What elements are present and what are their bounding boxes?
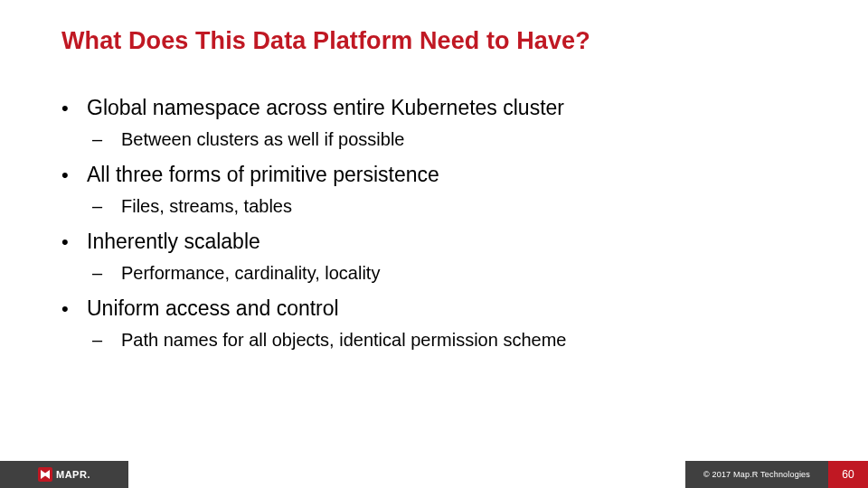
bullet-icon: • [61,230,87,254]
bullet-level2: – Between clusters as well if possible [92,129,803,150]
dash-icon: – [92,330,121,351]
bullet-text: Between clusters as well if possible [121,129,404,150]
footer-copyright: © 2017 Map.R Technologies [685,461,828,488]
bullet-text: All three forms of primitive persistence [87,163,439,187]
bullet-level1: • Global namespace across entire Kuberne… [61,96,803,120]
bullet-text: Files, streams, tables [121,196,292,217]
bullet-icon: • [61,97,87,120]
bullet-text: Performance, cardinality, locality [121,263,380,284]
logo: MAPR. [38,467,90,482]
footer-bar: MAPR. © 2017 Map.R Technologies 60 [0,461,868,488]
dash-icon: – [92,196,121,217]
bullet-text: Inherently scalable [87,230,260,254]
bullet-level2: – Files, streams, tables [92,196,803,217]
bullet-level2: – Performance, cardinality, locality [92,263,803,284]
dash-icon: – [92,129,121,150]
bullet-level1: • Inherently scalable [61,230,803,254]
footer-spacer [128,461,685,488]
dash-icon: – [92,263,121,284]
bullet-level2: – Path names for all objects, identical … [92,330,803,351]
logo-mark-icon [38,467,52,482]
bullet-level1: • All three forms of primitive persisten… [61,163,803,187]
slide-content: • Global namespace across entire Kuberne… [61,83,803,351]
bullet-text: Path names for all objects, identical pe… [121,330,566,351]
page-number: 60 [828,461,868,488]
slide: What Does This Data Platform Need to Hav… [0,0,868,488]
bullet-icon: • [61,297,87,321]
footer-logo-area: MAPR. [0,461,128,488]
bullet-level1: • Uniform access and control [61,296,803,321]
bullet-text: Uniform access and control [87,296,339,321]
logo-text: MAPR. [56,469,90,480]
bullet-icon: • [61,164,87,187]
bullet-text: Global namespace across entire Kubernete… [87,96,564,120]
slide-title: What Does This Data Platform Need to Hav… [61,27,590,55]
